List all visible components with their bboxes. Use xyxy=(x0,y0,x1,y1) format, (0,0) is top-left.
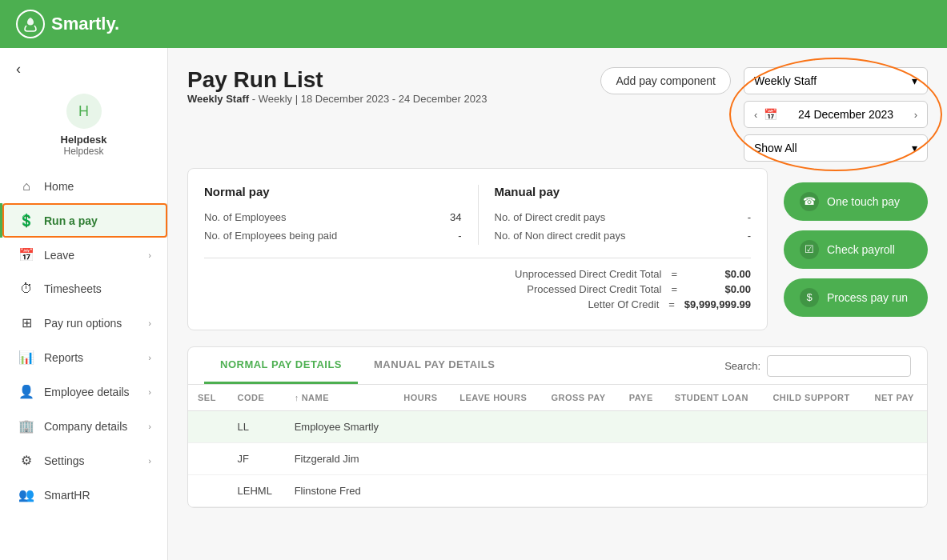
cell-code: JF xyxy=(228,443,285,475)
col-code: CODE xyxy=(228,385,285,411)
normal-pay-title: Normal pay xyxy=(204,185,462,198)
manual-pay-row-0: No. of Direct credit pays - xyxy=(495,208,752,226)
manual-pay-title: Manual pay xyxy=(495,185,752,198)
cell-hours xyxy=(394,411,450,443)
one-touch-pay-label: One touch pay xyxy=(827,195,900,208)
table-row[interactable]: LL Employee Smartly xyxy=(188,411,927,443)
normal-pay-row-label: No. of Employees xyxy=(204,211,287,223)
chevron-icon: › xyxy=(148,422,151,431)
sidebar-item-run-a-pay[interactable]: 💲 Run a pay xyxy=(0,203,167,238)
col-sel: SEL xyxy=(188,385,228,411)
chevron-icon: › xyxy=(148,456,151,466)
top-right-controls: Weekly Staff ▾ ‹ 📅 24 December 2023 › Sh… xyxy=(744,67,928,162)
manual-pay-col: Manual pay No. of Direct credit pays - N… xyxy=(478,185,752,245)
page-header: Pay Run List Weekly Staff - Weekly | 18 … xyxy=(187,67,928,162)
subtitle-separator: - xyxy=(252,93,259,105)
subtitle-paygroup: Weekly Staff xyxy=(187,93,249,105)
col-paye: PAYE xyxy=(620,385,665,411)
col-child-support: CHILD SUPPORT xyxy=(763,385,865,411)
cell-child-support xyxy=(763,411,865,443)
leave-icon: 📅 xyxy=(18,247,34,262)
pay-summary-card: Normal pay No. of Employees 34 No. of Em… xyxy=(187,168,768,330)
show-all-dropdown[interactable]: Show All ▾ xyxy=(744,134,928,162)
normal-pay-row-value: 34 xyxy=(450,211,461,223)
table-header-row: SEL CODE ↑ NAME HOURS LEAVE HOURS GROSS … xyxy=(188,385,927,411)
sidebar-item-label: Run a pay xyxy=(44,214,98,227)
sidebar-item-label: Pay run options xyxy=(44,317,122,330)
check-payroll-label: Check payroll xyxy=(827,243,895,256)
sidebar-item-company-details[interactable]: 🏢 Company details › xyxy=(0,409,167,443)
cell-code: LEHML xyxy=(228,475,285,507)
cell-gross-pay xyxy=(541,443,619,475)
sidebar-item-settings[interactable]: ⚙ Settings › xyxy=(0,443,167,478)
avatar: H xyxy=(66,94,102,129)
total-eq: = xyxy=(671,283,677,295)
user-subtitle: Helpdesk xyxy=(63,146,103,157)
paygroup-dropdown-label: Weekly Staff xyxy=(754,74,817,87)
page-subtitle: Weekly Staff - Weekly | 18 December 2023… xyxy=(187,93,487,105)
sidebar-item-leave[interactable]: 📅 Leave › xyxy=(0,238,167,272)
cell-sel xyxy=(188,475,228,507)
normal-pay-row-0: No. of Employees 34 xyxy=(204,208,462,226)
back-button[interactable]: ‹ xyxy=(0,48,167,84)
col-hours: HOURS xyxy=(394,385,450,411)
date-prev-button[interactable]: ‹ xyxy=(754,109,757,121)
cell-name: Flinstone Fred xyxy=(285,475,395,507)
cell-student-loan xyxy=(665,411,764,443)
sidebar-item-smarthr[interactable]: 👥 SmartHR xyxy=(0,478,167,512)
process-pay-run-icon: $ xyxy=(800,288,819,307)
cell-student-loan xyxy=(665,443,764,475)
sidebar-item-label: Timesheets xyxy=(44,282,102,295)
sidebar-item-home[interactable]: ⌂ Home xyxy=(0,170,167,203)
cell-hours xyxy=(394,475,450,507)
cell-hours xyxy=(394,443,450,475)
sidebar-item-pay-run-options[interactable]: ⊞ Pay run options › xyxy=(0,306,167,340)
date-display: 24 December 2023 xyxy=(784,108,907,121)
tab-manual-pay-details[interactable]: MANUAL PAY DETAILS xyxy=(358,347,511,384)
sidebar-nav: ⌂ Home 💲 Run a pay 📅 Leave › ⏱ Timesheet… xyxy=(0,170,167,560)
chevron-down-icon: ▾ xyxy=(912,142,917,154)
check-payroll-button[interactable]: ☑ Check payroll xyxy=(784,230,928,269)
one-touch-pay-button[interactable]: ☎ One touch pay xyxy=(784,182,928,221)
total-label: Unprocessed Direct Credit Total xyxy=(515,268,661,280)
col-net-pay: NET PAY xyxy=(865,385,927,411)
total-amount: $0.00 xyxy=(687,268,751,280)
process-pay-run-button[interactable]: $ Process pay run xyxy=(784,278,928,317)
total-row-2: Letter Of Credit = $9,999,999.99 xyxy=(204,298,751,310)
total-amount: $0.00 xyxy=(687,283,751,295)
pay-summary-grid: Normal pay No. of Employees 34 No. of Em… xyxy=(204,185,751,245)
add-pay-component-button[interactable]: Add pay component xyxy=(600,67,731,94)
app-name: Smartly. xyxy=(51,14,119,34)
search-input[interactable] xyxy=(767,355,911,377)
tab-normal-pay-details[interactable]: NORMAL PAY DETAILS xyxy=(204,347,358,384)
sidebar-item-timesheets[interactable]: ⏱ Timesheets xyxy=(0,272,167,306)
sidebar-item-label: Home xyxy=(44,180,74,193)
summary-actions: Normal pay No. of Employees 34 No. of Em… xyxy=(187,168,928,330)
cell-net-pay xyxy=(865,475,927,507)
sidebar-item-employee-details[interactable]: 👤 Employee details › xyxy=(0,374,167,409)
normal-pay-row-label: No. of Employees being paid xyxy=(204,230,337,242)
chevron-icon: › xyxy=(148,353,151,362)
cell-leave-hours xyxy=(450,475,541,507)
smarthr-icon: 👥 xyxy=(18,487,34,502)
search-label: Search: xyxy=(724,360,760,372)
col-name[interactable]: ↑ NAME xyxy=(285,385,395,411)
logo-icon xyxy=(16,10,45,38)
total-amount: $9,999,999.99 xyxy=(684,298,751,310)
table-section: NORMAL PAY DETAILS MANUAL PAY DETAILS Se… xyxy=(187,346,928,508)
manual-pay-row-value: - xyxy=(748,230,751,242)
date-next-button[interactable]: › xyxy=(914,109,917,121)
cell-paye xyxy=(620,411,665,443)
paygroup-dropdown[interactable]: Weekly Staff ▾ xyxy=(744,67,928,94)
chevron-icon: › xyxy=(148,250,151,260)
sidebar-item-reports[interactable]: 📊 Reports › xyxy=(0,340,167,374)
table-search: Search: xyxy=(724,347,911,384)
table-row[interactable]: LEHML Flinstone Fred xyxy=(188,475,927,507)
page-title: Pay Run List xyxy=(187,67,487,93)
sidebar: ‹ H Helpdesk Helpdesk ⌂ Home 💲 Run a pay… xyxy=(0,48,168,560)
logo: Smartly. xyxy=(16,10,119,38)
check-payroll-icon: ☑ xyxy=(800,240,819,259)
col-student-loan: STUDENT LOAN xyxy=(665,385,764,411)
table-row[interactable]: JF Fitzgerald Jim xyxy=(188,443,927,475)
data-table: SEL CODE ↑ NAME HOURS LEAVE HOURS GROSS … xyxy=(188,385,927,507)
